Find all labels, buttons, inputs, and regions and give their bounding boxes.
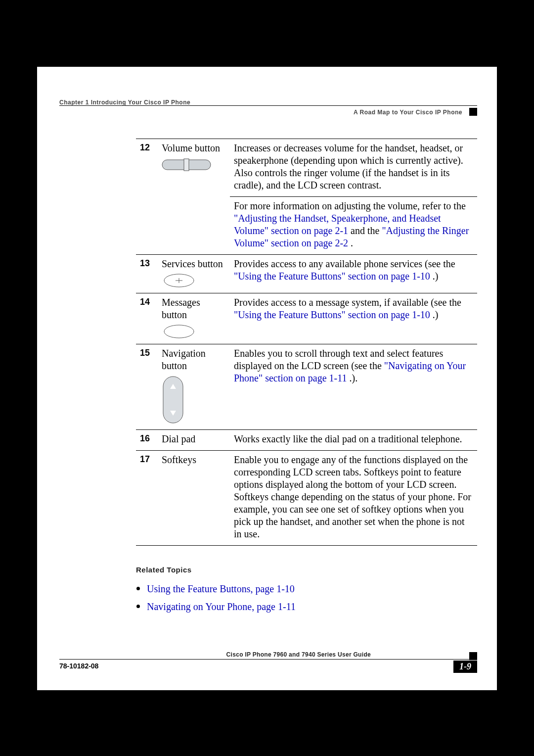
footer-rule bbox=[59, 659, 477, 660]
related-heading: Related Topics bbox=[136, 566, 477, 574]
header-marker-icon bbox=[469, 108, 477, 116]
row-desc: Works exactly like the dial pad on a tra… bbox=[230, 430, 477, 451]
row-number: 12 bbox=[136, 139, 158, 255]
row-name-cell: Messages button bbox=[158, 293, 230, 344]
row-desc: Enable you to engage any of the function… bbox=[230, 451, 477, 546]
row-name: Navigation button bbox=[162, 348, 206, 371]
row-desc: Provides access to a message system, if … bbox=[230, 293, 477, 344]
svg-rect-1 bbox=[184, 159, 189, 171]
section-label: A Road Map to Your Cisco IP Phone bbox=[354, 109, 462, 116]
row-name: Messages button bbox=[162, 297, 200, 320]
messages-button-icon bbox=[162, 324, 226, 339]
desc-text: .). bbox=[350, 373, 358, 383]
desc-text: .) bbox=[433, 271, 439, 282]
desc-text: For more information on adjusting the vo… bbox=[234, 200, 466, 211]
row-name: Softkeys bbox=[158, 451, 230, 546]
services-button-icon bbox=[162, 273, 226, 288]
svg-rect-6 bbox=[163, 377, 183, 423]
row-name: Dial pad bbox=[158, 430, 230, 451]
navigation-button-icon bbox=[162, 375, 226, 425]
table-row: 17 Softkeys Enable you to engage any of … bbox=[136, 451, 477, 546]
row-desc: Provides access to any available phone s… bbox=[230, 255, 477, 293]
feature-table: 12 Volume button Increases or decreases … bbox=[136, 139, 477, 546]
footer-guide-title: Cisco IP Phone 7960 and 7940 Series User… bbox=[226, 651, 371, 658]
row-name-cell: Volume button bbox=[158, 139, 230, 255]
volume-button-icon bbox=[162, 157, 226, 172]
related-topics: Related Topics Using the Feature Buttons… bbox=[136, 566, 477, 614]
table-row: 12 Volume button Increases or decreases … bbox=[136, 139, 477, 197]
desc-text: and the bbox=[351, 225, 382, 236]
related-item: Using the Feature Buttons, page 1-10 bbox=[147, 579, 477, 597]
row-number: 13 bbox=[136, 255, 158, 293]
desc-text: Provides access to any available phone s… bbox=[234, 258, 455, 269]
related-list: Using the Feature Buttons, page 1-10 Nav… bbox=[136, 579, 477, 614]
row-name-cell: Services button bbox=[158, 255, 230, 293]
row-number: 15 bbox=[136, 344, 158, 430]
row-number: 14 bbox=[136, 293, 158, 344]
xref-link[interactable]: Using the Feature Buttons, page 1-10 bbox=[147, 583, 295, 594]
xref-link[interactable]: Navigating on Your Phone, page 1-11 bbox=[147, 601, 296, 612]
row-desc: Enables you to scroll through text and s… bbox=[230, 344, 477, 430]
table-row: 15 Navigation button Enables you to scro… bbox=[136, 344, 477, 430]
row-name-cell: Navigation button bbox=[158, 344, 230, 430]
page-footer: Cisco IP Phone 7960 and 7940 Series User… bbox=[59, 653, 477, 678]
document-page: Chapter 1 Introducing Your Cisco IP Phon… bbox=[37, 67, 497, 690]
svg-point-5 bbox=[164, 325, 194, 338]
desc-text: . bbox=[351, 237, 353, 248]
footer-doc-number: 78-10182-08 bbox=[59, 662, 98, 670]
xref-link[interactable]: "Using the Feature Buttons" section on p… bbox=[234, 271, 430, 282]
footer-page-number: 1-9 bbox=[453, 661, 477, 673]
row-number: 16 bbox=[136, 430, 158, 451]
row-desc: Increases or decreases volume for the ha… bbox=[230, 139, 477, 197]
related-item: Navigating on Your Phone, page 1-11 bbox=[147, 597, 477, 614]
table-row: 16 Dial pad Works exactly like the dial … bbox=[136, 430, 477, 451]
row-name: Volume button bbox=[162, 142, 220, 153]
xref-link[interactable]: "Using the Feature Buttons" section on p… bbox=[234, 309, 430, 320]
main-content: 12 Volume button Increases or decreases … bbox=[136, 139, 477, 614]
table-row: 13 Services button Provides access to an… bbox=[136, 255, 477, 293]
row-number: 17 bbox=[136, 451, 158, 546]
row-name: Services button bbox=[162, 258, 223, 269]
table-row: 14 Messages button Provides access to a … bbox=[136, 293, 477, 344]
row-desc: For more information on adjusting the vo… bbox=[230, 197, 477, 255]
chapter-label: Chapter 1 Introducing Your Cisco IP Phon… bbox=[59, 99, 190, 106]
page-header: Chapter 1 Introducing Your Cisco IP Phon… bbox=[37, 67, 497, 116]
desc-text: .) bbox=[433, 309, 439, 320]
desc-text: Provides access to a message system, if … bbox=[234, 297, 461, 308]
